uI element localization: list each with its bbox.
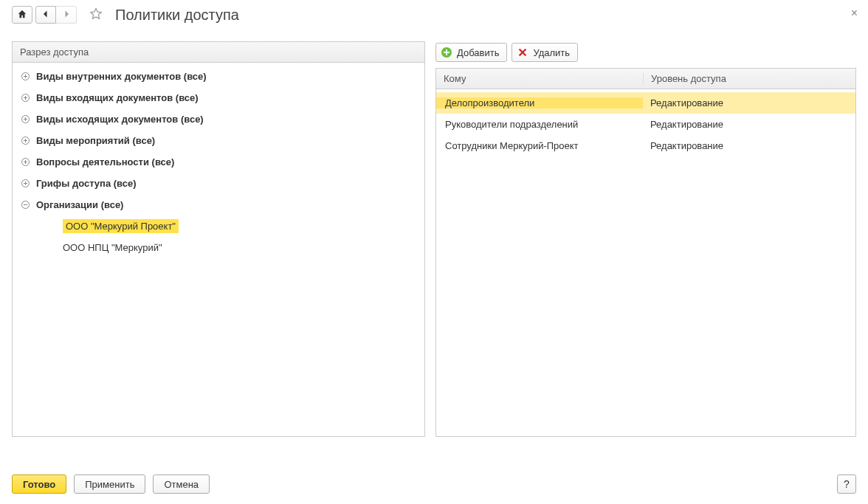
delete-button[interactable]: Удалить: [512, 43, 578, 62]
close-button[interactable]: ×: [851, 7, 858, 19]
favorite-button[interactable]: [87, 6, 105, 24]
plus-icon[interactable]: [20, 179, 30, 189]
home-icon: [17, 9, 27, 21]
spacer: [46, 243, 57, 253]
column-level: Уровень доступа: [643, 73, 855, 84]
apply-button[interactable]: Применить: [74, 474, 145, 494]
tree-group-label: Виды внутренних документов (все): [36, 71, 207, 82]
plus-icon[interactable]: [20, 114, 30, 125]
right-toolbar: Добавить Удалить: [435, 41, 856, 63]
left-header-label: Разрез доступа: [13, 46, 424, 58]
tree-group-label: Виды исходящих документов (все): [36, 114, 204, 125]
access-slice-tree[interactable]: Виды внутренних документов (все)Виды вхо…: [13, 63, 424, 436]
tree-group[interactable]: Организации (все): [13, 194, 424, 215]
forward-button: [56, 6, 77, 24]
plus-circle-icon: [441, 46, 452, 58]
tree-item-label: ООО "Меркурий Проект": [63, 219, 179, 233]
table-row[interactable]: Сотрудники Меркурий-ПроектРедактирование: [436, 135, 855, 156]
cell-who: Руководители подразделений: [436, 119, 643, 130]
arrow-right-icon: [62, 10, 71, 21]
cell-level: Редактирование: [643, 119, 855, 130]
delete-button-label: Удалить: [533, 47, 570, 58]
cancel-button[interactable]: Отмена: [153, 474, 210, 494]
table-row[interactable]: Руководители подразделенийРедактирование: [436, 114, 855, 135]
permissions-panel: Кому Уровень доступа ДелопроизводителиРе…: [435, 68, 856, 437]
star-icon: [89, 7, 103, 24]
footer-buttons: Готово Применить Отмена: [0, 467, 868, 504]
tree-group[interactable]: Виды входящих документов (все): [13, 87, 424, 108]
tree-group[interactable]: Грифы доступа (все): [13, 173, 424, 194]
add-button-label: Добавить: [457, 47, 499, 58]
nav-group: [12, 6, 77, 24]
column-who: Кому: [436, 73, 643, 84]
plus-icon[interactable]: [20, 136, 30, 146]
help-button[interactable]: ?: [837, 474, 856, 494]
tree-group[interactable]: Виды внутренних документов (все): [13, 66, 424, 87]
right-column-headers: Кому Уровень доступа: [436, 69, 855, 89]
tree-group[interactable]: Виды исходящих документов (все): [13, 108, 424, 130]
cell-level: Редактирование: [643, 97, 855, 108]
plus-icon[interactable]: [20, 72, 30, 82]
done-button[interactable]: Готово: [12, 474, 66, 494]
page-title: Политики доступа: [115, 7, 239, 24]
tree-group[interactable]: Виды мероприятий (все): [13, 130, 424, 151]
titlebar: Политики доступа: [0, 0, 868, 27]
x-red-icon: [517, 46, 528, 58]
tree-item-label: ООО НПЦ "Меркурий": [63, 242, 162, 253]
spacer: [46, 221, 57, 232]
cell-level: Редактирование: [643, 140, 855, 151]
add-button[interactable]: Добавить: [435, 43, 507, 62]
table-row[interactable]: ДелопроизводителиРедактирование: [436, 92, 855, 114]
cell-who: Делопроизводители: [436, 97, 643, 108]
plus-icon[interactable]: [20, 157, 30, 168]
tree-group-label: Грифы доступа (все): [36, 178, 137, 189]
tree-group-label: Организации (все): [36, 199, 123, 210]
tree-group-label: Виды входящих документов (все): [36, 92, 199, 103]
cell-who: Сотрудники Меркурий-Проект: [436, 140, 643, 151]
left-column-header: Разрез доступа: [13, 42, 424, 63]
tree-group-label: Виды мероприятий (все): [36, 135, 155, 146]
arrow-left-icon: [41, 10, 50, 21]
tree-item[interactable]: ООО "Меркурий Проект": [13, 215, 424, 237]
tree-group[interactable]: Вопросы деятельности (все): [13, 151, 424, 173]
back-button[interactable]: [35, 6, 56, 24]
permissions-table[interactable]: ДелопроизводителиРедактированиеРуководит…: [436, 89, 855, 436]
plus-icon[interactable]: [20, 93, 30, 103]
home-button[interactable]: [12, 6, 32, 24]
content-area: Разрез доступа Виды внутренних документо…: [0, 27, 868, 437]
tree-item[interactable]: ООО НПЦ "Меркурий": [13, 237, 424, 258]
access-slice-panel: Разрез доступа Виды внутренних документо…: [12, 41, 425, 437]
tree-group-label: Вопросы деятельности (все): [36, 156, 174, 168]
minus-icon[interactable]: [20, 200, 30, 210]
